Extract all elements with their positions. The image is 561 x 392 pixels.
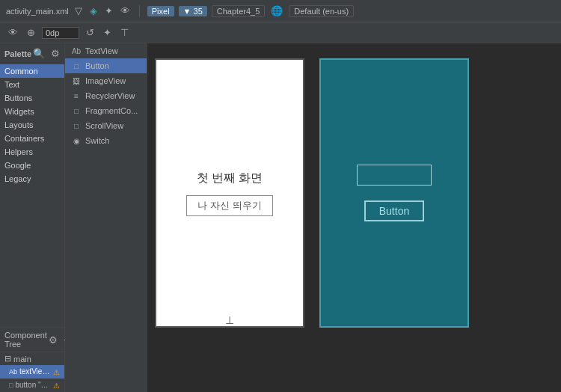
wand-icon[interactable]: ✦ xyxy=(101,25,114,40)
top-toolbar: activity_main.xml ▽ ◈ ✦ 👁 Pixel ▼ 35 Cha… xyxy=(0,0,561,22)
palette-header: Palette 🔍 ⚙ − xyxy=(0,43,64,64)
main-area: Palette 🔍 ⚙ − Common Text Buttons Widget… xyxy=(0,43,561,392)
category-layouts[interactable]: Layouts xyxy=(0,118,64,132)
button-label: Button xyxy=(85,61,109,70)
path-icon[interactable]: ↺ xyxy=(84,25,96,40)
dp-input[interactable] xyxy=(42,27,79,39)
palette-search-icon[interactable]: 🔍 xyxy=(31,46,46,61)
chapter-label[interactable]: Chapter4_5 xyxy=(212,5,266,17)
filename-label: activity_main.xml xyxy=(6,7,69,16)
fragment-label: FragmentCo... xyxy=(85,106,138,115)
category-text[interactable]: Text xyxy=(0,78,64,91)
palette-item-fragment[interactable]: □ FragmentCo... xyxy=(65,103,147,118)
canvas-area: 첫 번째 화면 나 자신 띄우기 ⊥ Button xyxy=(147,43,561,392)
category-widgets[interactable]: Widgets xyxy=(0,105,64,118)
tree-item-main[interactable]: ⊟ main xyxy=(0,352,64,365)
eye-icon[interactable]: 👁 xyxy=(119,4,132,18)
palette-item-switch[interactable]: ◉ Switch xyxy=(65,133,147,148)
tree-textview-icon: Ab xyxy=(9,368,17,376)
button-icon: □ xyxy=(71,62,82,70)
resize-handle-1[interactable]: ⊥ xyxy=(225,314,234,326)
scrollview-icon: □ xyxy=(71,122,82,130)
tree-header: Component Tree ⚙ − xyxy=(0,328,64,352)
pixel-badge[interactable]: Pixel xyxy=(147,6,174,16)
magnet-icon[interactable]: ⊕ xyxy=(25,25,37,40)
tree-title: Component Tree xyxy=(4,331,47,349)
phone-button-2[interactable]: Button xyxy=(364,200,424,221)
phone-content-2: Button xyxy=(357,165,432,221)
tree-item-button[interactable]: □ button "나 자신 띄우기" ⚠ xyxy=(0,379,64,392)
palette-item-scrollview[interactable]: □ ScrollView xyxy=(65,118,147,133)
palette-item-textview[interactable]: Ab TextView xyxy=(65,43,147,58)
phone-button-1[interactable]: 나 자신 띄우기 xyxy=(186,195,272,216)
palette-categories: Common Text Buttons Widgets Layouts Cont… xyxy=(0,64,64,327)
phone-frame-2: Button xyxy=(319,58,469,328)
left-panel: Palette 🔍 ⚙ − Common Text Buttons Widget… xyxy=(0,43,65,392)
phone-text-1: 첫 번째 화면 xyxy=(197,171,263,186)
eye2-icon[interactable]: 👁 xyxy=(6,25,20,40)
palette-title: Palette xyxy=(4,49,31,58)
tree-item-textview[interactable]: Ab textView "첫 번째 화면" ⚠ xyxy=(0,365,64,379)
palette-items-panel: Ab TextView □ Button 🖼 ImageView ≡ Recyc… xyxy=(65,43,147,392)
cursor-icon[interactable]: ⊤ xyxy=(118,25,131,40)
tree-expand-icon: ⊟ xyxy=(4,354,11,364)
tree-button-label: button "나 자신 띄우기" xyxy=(15,380,51,391)
category-common[interactable]: Common xyxy=(0,64,64,78)
design-icon[interactable]: ◈ xyxy=(88,4,99,18)
category-containers[interactable]: Containers xyxy=(0,132,64,145)
scrollview-label: ScrollView xyxy=(85,121,123,130)
recyclerview-label: RecyclerView xyxy=(85,91,135,100)
locale-label[interactable]: Default (en-us) xyxy=(289,5,354,17)
palette-item-button[interactable]: □ Button xyxy=(65,58,147,73)
tree-button-warn-icon: ⚠ xyxy=(53,382,60,390)
zoom-badge: ▼ 35 xyxy=(179,6,207,16)
switch-icon: ◉ xyxy=(71,137,82,145)
locale-icon[interactable]: 🌐 xyxy=(269,4,284,18)
imageview-icon: 🖼 xyxy=(71,77,82,85)
imageview-label: ImageView xyxy=(85,76,126,85)
component-tree: Component Tree ⚙ − ⊟ main Ab textView "첫… xyxy=(0,327,64,392)
tree-item-label: main xyxy=(13,355,31,364)
category-legacy[interactable]: Legacy xyxy=(0,172,64,186)
recyclerview-icon: ≡ xyxy=(71,92,82,100)
palette-item-recyclerview[interactable]: ≡ RecyclerView xyxy=(65,88,147,103)
tree-textview-label: textView "첫 번째 화면" xyxy=(19,367,51,377)
palette-item-imageview[interactable]: 🖼 ImageView xyxy=(65,73,147,88)
category-buttons[interactable]: Buttons xyxy=(0,91,64,105)
dark-button-rect xyxy=(357,165,432,186)
tree-button-icon: □ xyxy=(9,382,13,389)
textview-label: TextView xyxy=(85,46,118,55)
category-helpers[interactable]: Helpers xyxy=(0,145,64,159)
toolbar-divider xyxy=(139,5,140,17)
category-google[interactable]: Google xyxy=(0,159,64,172)
phone-content-1: 첫 번째 화면 나 자신 띄우기 xyxy=(186,171,272,216)
phone-frame-1: 첫 번째 화면 나 자신 띄우기 ⊥ xyxy=(155,58,304,328)
switch-label: Switch xyxy=(85,136,109,145)
xml-icon[interactable]: ✦ xyxy=(103,4,114,18)
textview-icon: Ab xyxy=(71,47,82,55)
fragment-icon: □ xyxy=(71,107,82,115)
tree-warn-icon: ⚠ xyxy=(53,368,60,376)
second-toolbar: 👁 ⊕ ↺ ✦ ⊤ xyxy=(0,22,561,43)
palette-gear-icon[interactable]: ⚙ xyxy=(49,46,61,61)
tree-gear-icon[interactable]: ⚙ xyxy=(47,333,59,347)
layout-icon[interactable]: ▽ xyxy=(73,4,84,18)
